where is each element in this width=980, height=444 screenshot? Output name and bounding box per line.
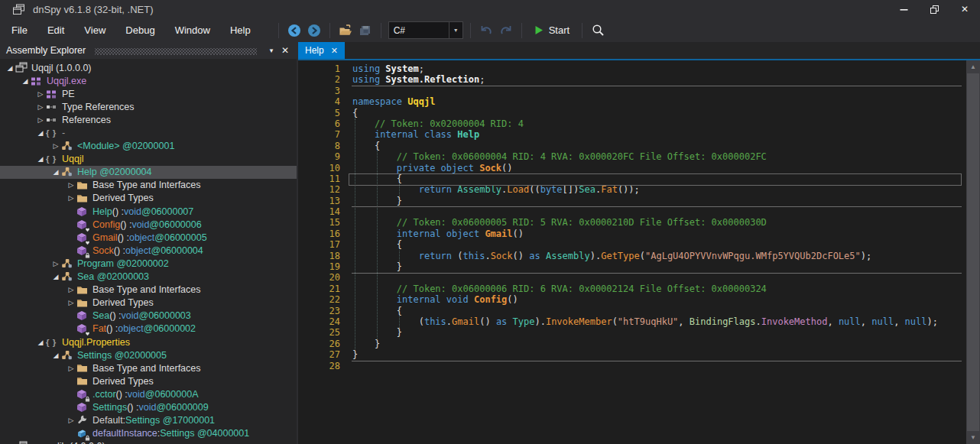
code-line[interactable]: 8 { [298, 141, 966, 151]
tree-row[interactable]: ▷References [0, 113, 297, 126]
menu-debug[interactable]: Debug [115, 21, 164, 39]
tree-row[interactable]: ▷Derived Types [0, 192, 297, 205]
language-combobox[interactable]: C# ▼ [388, 21, 463, 39]
expander-icon[interactable]: ◢ [20, 77, 31, 85]
tree-row[interactable]: ▷Type References [0, 100, 297, 113]
code-line[interactable]: 6 // Token: 0x02000004 RID: 4 [298, 118, 966, 129]
expander-icon[interactable]: ▷ [35, 90, 46, 98]
code-line[interactable]: 1using System; [298, 63, 966, 74]
code-line[interactable]: 26 } [298, 339, 966, 349]
expander-icon[interactable]: ▷ [66, 181, 76, 189]
tree-row[interactable]: ▷Default : Settings @17000001 [0, 414, 297, 427]
expander-icon[interactable]: ◢ [35, 155, 46, 163]
code-line[interactable]: 4namespace Uqqjl [298, 96, 966, 107]
expander-icon[interactable]: ◢ [50, 168, 61, 176]
tree-row[interactable]: Sock() : object @06000004 [0, 244, 297, 257]
open-file-icon[interactable] [336, 21, 355, 40]
expander-icon[interactable]: ▷ [66, 365, 76, 372]
restore-icon[interactable] [919, 0, 949, 18]
code-line[interactable]: 17 { [298, 239, 966, 250]
expander-icon[interactable]: ▷ [35, 103, 46, 111]
code-line[interactable]: 15 // Token: 0x06000005 RID: 5 RVA: 0x00… [298, 217, 966, 228]
expander-icon[interactable]: ▷ [35, 116, 46, 124]
vertical-scrollbar[interactable]: ▲ ▼ [966, 60, 980, 444]
tree-row[interactable]: Fat() : object @06000002 [0, 322, 297, 335]
panel-menu-icon[interactable]: ▾ [264, 44, 278, 57]
expander-icon[interactable]: ▷ [50, 142, 61, 150]
tree-row[interactable]: Settings() : void @06000009 [0, 400, 297, 413]
code-line[interactable]: 25 } [298, 327, 966, 338]
code-line[interactable]: 12 return Assembly.Load((byte[])Sea.Fat(… [298, 184, 966, 195]
tree-row[interactable]: defaultInstance : Settings @04000001 [0, 427, 297, 440]
tree-row[interactable]: .cctor() : void @0600000A [0, 387, 297, 400]
save-all-icon[interactable] [355, 21, 375, 40]
tree-row[interactable]: ◢Settings @02000005 [0, 348, 297, 361]
panel-drag-grip[interactable] [95, 48, 257, 55]
expander-icon[interactable]: ▷ [66, 299, 76, 306]
code-line[interactable]: 14 [298, 206, 966, 217]
tree-row[interactable]: ▷Program @02000002 [0, 257, 297, 270]
code-line[interactable]: 3 [298, 86, 966, 96]
tree-row[interactable]: ▷Base Type and Interfaces [0, 361, 297, 374]
code-line[interactable]: 22 internal void Config() [298, 294, 966, 305]
start-button[interactable]: Start [527, 21, 576, 40]
undo-icon[interactable] [476, 21, 496, 40]
tree-row[interactable]: ▷<Module> @02000001 [0, 140, 297, 153]
tree-row[interactable]: ◢{ }Uqqjl.Properties [0, 335, 297, 348]
tree-row[interactable]: Gmail() : object @06000005 [0, 231, 297, 244]
minimize-icon[interactable] [888, 0, 919, 18]
tree-row[interactable]: ◢Uqqjl (1.0.0.0) [0, 61, 297, 74]
code-line[interactable]: 13 } [298, 196, 966, 206]
menu-file[interactable]: File [2, 21, 37, 39]
tree-row[interactable]: Config() : void @06000006 [0, 218, 297, 231]
code-line[interactable]: 19 } [298, 261, 966, 272]
code-line[interactable]: 7 internal class Help [298, 129, 966, 140]
scroll-up-icon[interactable]: ▲ [966, 60, 980, 73]
tree-row[interactable]: ▷mscorlib (4.0.0.0) [0, 440, 297, 444]
code-line[interactable]: 20 [298, 272, 966, 283]
code-line[interactable]: 5{ [298, 108, 966, 118]
tree-row[interactable]: Derived Types [0, 374, 297, 387]
code-line[interactable]: 2using System.Reflection; [298, 74, 966, 85]
expander-icon[interactable]: ▷ [66, 416, 76, 424]
expander-icon[interactable]: ◢ [50, 352, 61, 359]
close-icon[interactable]: ✕ [949, 0, 980, 18]
expander-icon[interactable]: ◢ [35, 339, 46, 346]
menu-edit[interactable]: Edit [37, 21, 74, 39]
tree-row[interactable]: ◢Sea @02000003 [0, 271, 297, 284]
code-line[interactable]: 24 (this.Gmail() as Type).InvokeMember("… [298, 316, 966, 327]
expander-icon[interactable]: ◢ [50, 273, 61, 280]
scrollbar-thumb[interactable] [967, 73, 979, 431]
tree-row[interactable]: ▷Base Type and Interfaces [0, 179, 297, 192]
menu-window[interactable]: Window [165, 21, 220, 39]
navigate-back-icon[interactable] [284, 21, 304, 40]
tab-close-icon[interactable]: ✕ [331, 46, 338, 56]
code-line[interactable]: 27} [298, 349, 966, 360]
code-line[interactable]: 16 internal object Gmail() [298, 228, 966, 239]
scroll-down-icon[interactable]: ▼ [966, 431, 980, 444]
code-line[interactable]: 10 private object Sock() [298, 163, 966, 173]
expander-icon[interactable]: ▷ [66, 194, 76, 202]
tree-row[interactable]: ▷Base Type and Interfaces [0, 284, 297, 297]
expander-icon[interactable]: ◢ [35, 129, 46, 137]
expander-icon[interactable]: ◢ [5, 64, 15, 72]
expander-icon[interactable]: ▷ [50, 260, 61, 267]
code-editor[interactable]: 1using System;2using System.Reflection;3… [298, 60, 966, 444]
navigate-forward-icon[interactable] [304, 21, 324, 40]
tree-row[interactable]: Sea() : void @06000003 [0, 310, 297, 322]
code-line[interactable]: 23 { [298, 306, 966, 316]
menu-view[interactable]: View [74, 21, 115, 39]
code-line[interactable]: 21 // Token: 0x06000006 RID: 6 RVA: 0x00… [298, 284, 966, 294]
expander-icon[interactable]: ▷ [66, 286, 76, 293]
chevron-down-icon[interactable]: ▼ [449, 22, 462, 38]
tree-row[interactable]: ▷PE [0, 87, 297, 100]
tree-row[interactable]: ◢Uqqjl.exe [0, 74, 297, 87]
tree-row[interactable]: ▷Derived Types [0, 297, 297, 310]
tab-help[interactable]: Help ✕ [298, 42, 345, 59]
code-line[interactable]: 18 return (this.Sock() as Assembly).GetT… [298, 251, 966, 261]
tree-row[interactable]: ◢Help @02000004 [0, 166, 297, 179]
tree-row[interactable]: Help() : void @06000007 [0, 205, 297, 218]
tree-row[interactable]: ◢{ }Uqqjl [0, 153, 297, 166]
code-line[interactable]: 28 [298, 361, 966, 371]
panel-close-icon[interactable]: ✕ [278, 44, 292, 57]
